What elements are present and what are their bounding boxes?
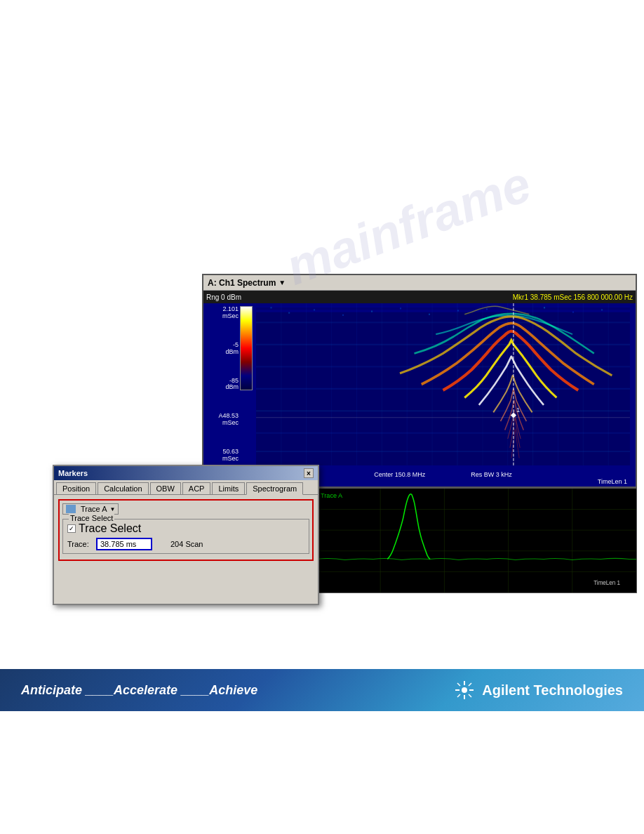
spectrum-info-bar: Rng 0 dBm Mkr1 38.785 mSec 156 800 000.0…: [203, 291, 636, 303]
svg-rect-1: [256, 303, 630, 305]
tab-position[interactable]: Position: [56, 482, 96, 494]
agilent-logo: Agilent Technologies: [454, 680, 623, 701]
svg-rect-9: [371, 311, 373, 312]
trace-input-row: Trace: 204 Scan: [67, 538, 304, 550]
svg-rect-36: [256, 410, 630, 411]
svg-point-54: [462, 687, 467, 693]
dialog-close-button[interactable]: ×: [304, 468, 314, 478]
tab-obw[interactable]: OBW: [150, 482, 181, 494]
color-scale: [240, 306, 253, 390]
y-label-1: 2.101mSec: [205, 306, 239, 320]
scan-label: 204 Scan: [170, 540, 203, 548]
trace-dropdown-row: Trace A ▼: [62, 503, 309, 515]
dialog-title: Markers: [58, 469, 88, 477]
spectrum-title-arrow[interactable]: ▼: [279, 279, 286, 286]
tab-spectrogram[interactable]: Spectrogram: [246, 482, 303, 495]
svg-rect-3: [256, 307, 630, 310]
svg-line-59: [457, 683, 460, 686]
svg-rect-17: [601, 309, 603, 310]
trace-color-indicator: [66, 505, 76, 513]
tagline-text: Anticipate ____Accelerate ____Achieve: [21, 683, 257, 697]
svg-line-61: [469, 683, 471, 686]
spectrum-window: A: Ch1 Spectrum ▼ Rng 0 dBm Mkr1 38.785 …: [202, 274, 637, 488]
svg-line-60: [469, 694, 471, 697]
svg-rect-7: [314, 309, 315, 310]
trace-a-dropdown[interactable]: Trace A ▼: [62, 503, 119, 515]
rng-label: Rng 0 dBm: [206, 293, 241, 301]
trace-select-label: Trace Select: [69, 514, 114, 522]
second-display-svg: Trace A TimeLen 1: [316, 489, 636, 593]
spectrogram-svg: 1: [256, 303, 630, 465]
tab-calculation[interactable]: Calculation: [98, 482, 148, 494]
svg-rect-38: [256, 451, 630, 452]
y-label-5: 50.63mSec: [205, 449, 239, 463]
trace-dropdown-value: Trace A: [81, 505, 107, 513]
trace-select-checkbox[interactable]: ✓: [67, 524, 76, 533]
y-label-4: A48.53mSec: [205, 413, 239, 427]
svg-rect-34: [256, 366, 630, 367]
svg-rect-37: [256, 432, 630, 434]
branding-tagline: Anticipate ____Accelerate ____Achieve: [21, 683, 257, 698]
svg-rect-43: [316, 489, 636, 593]
agilent-company-name: Agilent Technologies: [482, 682, 623, 699]
svg-rect-13: [486, 308, 488, 310]
dialog-body: Trace A ▼ Trace Select ✓ Trace Select Tr…: [54, 495, 318, 568]
svg-rect-2: [256, 305, 630, 307]
svg-text:TimeLen 1: TimeLen 1: [593, 580, 620, 586]
dialog-titlebar: Markers ×: [54, 466, 318, 480]
tab-limits[interactable]: Limits: [212, 482, 245, 494]
agilent-icon-svg: [454, 680, 475, 701]
svg-rect-32: [256, 322, 630, 323]
svg-rect-5: [271, 307, 272, 308]
trace-value-input[interactable]: [96, 538, 152, 550]
y-label-3: -85dBm: [205, 378, 239, 392]
checkbox-row: ✓ Trace Select: [67, 522, 304, 535]
spectrum-content: Rng 0 dBm Mkr1 38.785 mSec 156 800 000.0…: [203, 291, 636, 486]
svg-rect-10: [400, 307, 401, 309]
markers-dialog: Markers × Position Calculation OBW ACP L…: [53, 465, 319, 605]
trace-select-group: Trace Select ✓ Trace Select Trace: 204 S…: [62, 519, 309, 554]
svg-rect-15: [544, 307, 545, 308]
svg-rect-6: [288, 312, 290, 314]
second-display: Trace A TimeLen 1: [316, 488, 637, 593]
spectrum-title: A: Ch1 Spectrum: [208, 278, 276, 288]
spectrogram-area: 1: [256, 303, 630, 465]
svg-rect-16: [572, 312, 574, 313]
dialog-tabs: Position Calculation OBW ACP Limits Spec…: [54, 480, 318, 495]
spectrum-titlebar: A: Ch1 Spectrum ▼: [203, 275, 636, 291]
highlight-box: Trace A ▼ Trace Select ✓ Trace Select Tr…: [58, 499, 314, 561]
checkbox-label: Trace Select: [79, 522, 141, 535]
trace-input-label: Trace:: [67, 540, 92, 548]
svg-rect-11: [429, 314, 430, 315]
svg-text:Trace A: Trace A: [321, 492, 343, 499]
y-axis: 2.101mSec -5dBm -85dBm A48.53mSec 50.63m…: [203, 303, 240, 465]
y-label-2: -5dBm: [205, 342, 239, 356]
second-display-content: Trace A TimeLen 1: [316, 489, 636, 593]
branding-bar: Anticipate ____Accelerate ____Achieve Ag…: [0, 669, 644, 711]
svg-rect-0: [256, 303, 630, 465]
svg-line-62: [457, 694, 460, 697]
svg-text:1: 1: [516, 406, 520, 413]
mkr-label: Mkr1 38.785 mSec 156 800 000.00 Hz: [513, 293, 633, 301]
svg-rect-33: [256, 344, 630, 345]
trace-dropdown-arrow: ▼: [110, 506, 116, 512]
svg-rect-8: [342, 315, 344, 316]
tab-acp[interactable]: ACP: [182, 482, 211, 494]
